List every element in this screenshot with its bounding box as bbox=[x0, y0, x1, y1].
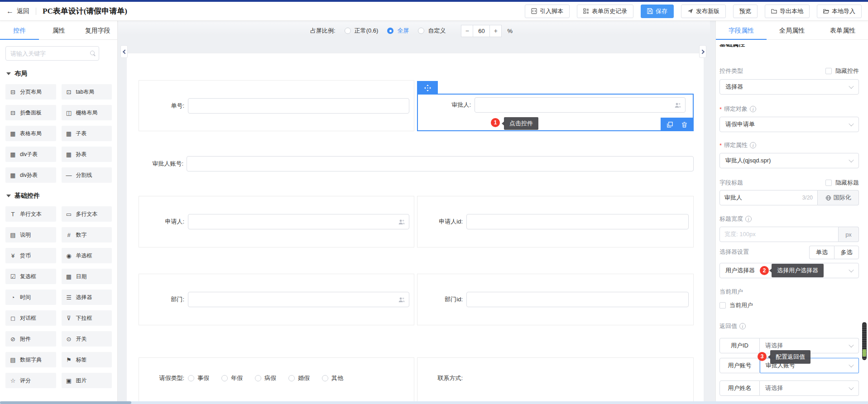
palette-item-switch[interactable]: ⊙开关 bbox=[62, 331, 112, 347]
department-input[interactable] bbox=[188, 292, 409, 307]
search-box[interactable] bbox=[5, 46, 99, 61]
zoom-minus-button[interactable]: − bbox=[461, 25, 473, 37]
palette-item-multi-line-text[interactable]: ▭多行文本 bbox=[62, 206, 112, 222]
bind-property-select[interactable]: 审批人(qjsqd.spr) bbox=[719, 153, 859, 168]
palette-item-pagination-layout[interactable]: ⊟分页布局 bbox=[5, 84, 56, 100]
export-local-button[interactable]: 导出本地 bbox=[765, 5, 810, 18]
palette-item-table-layout[interactable]: ▦表格布局 bbox=[5, 126, 56, 141]
drag-handle[interactable] bbox=[417, 81, 438, 95]
palette-item-subtable[interactable]: ▦子表 bbox=[62, 126, 112, 141]
page-title: PC表单设计(请假申请单) bbox=[43, 6, 127, 16]
applicant-id-input[interactable] bbox=[466, 214, 689, 229]
field-title-composite: 审批人 3/20 国际化 bbox=[719, 190, 859, 205]
palette-item-checkbox[interactable]: ☑复选框 bbox=[5, 269, 56, 284]
zoom-plus-button[interactable]: + bbox=[489, 25, 502, 37]
tab-properties[interactable]: 属性 bbox=[39, 21, 78, 39]
return-select-user-name[interactable]: 请选择 bbox=[760, 380, 859, 396]
radio-selected-icon bbox=[387, 28, 393, 34]
tab-field-properties[interactable]: 字段属性 bbox=[716, 21, 767, 39]
field-approver-account[interactable]: 审批人账号: bbox=[139, 156, 694, 171]
publish-button[interactable]: 发布新版 bbox=[681, 5, 726, 18]
hide-title-checkbox[interactable]: 隐藏标题 bbox=[825, 179, 859, 187]
palette-item-dropdown[interactable]: ⊽下拉框 bbox=[62, 310, 112, 326]
palette-item-collapse-panel[interactable]: ⊟折叠面板 bbox=[5, 105, 56, 120]
back-button[interactable]: ← 返回 bbox=[6, 7, 29, 15]
ratio-option-custom[interactable]: 自定义 bbox=[418, 27, 446, 35]
palette-item-div-subtable[interactable]: ▦div子表 bbox=[5, 147, 56, 162]
ratio-option-fullscreen[interactable]: 全屏 bbox=[387, 27, 409, 35]
field-order-no[interactable]: 单号: bbox=[139, 80, 414, 131]
palette-item-description[interactable]: ▤说明 bbox=[5, 227, 56, 242]
current-user-label: 当前用户 bbox=[719, 288, 859, 296]
radio-option-marriage[interactable]: 婚假 bbox=[288, 374, 310, 382]
palette-item-divider[interactable]: —分割线 bbox=[62, 167, 112, 183]
order-no-input[interactable] bbox=[188, 98, 409, 114]
hide-control-checkbox[interactable]: 隐藏控件 bbox=[825, 67, 859, 75]
palette-item-selector[interactable]: ☰选择器 bbox=[62, 290, 112, 305]
field-contact[interactable]: 联系方式: bbox=[417, 357, 694, 401]
palette-item-grid-layout[interactable]: ◫栅格布局 bbox=[62, 105, 112, 120]
collapse-right-button[interactable] bbox=[699, 45, 706, 58]
approver-account-input[interactable] bbox=[187, 156, 694, 171]
palette-item-date[interactable]: ▦日期 bbox=[62, 269, 112, 284]
palette-item-single-line-text[interactable]: T单行文本 bbox=[5, 206, 56, 222]
import-local-button[interactable]: 本地导入 bbox=[817, 5, 862, 18]
radio-option-other[interactable]: 其他 bbox=[322, 374, 343, 382]
preview-button[interactable]: 预览 bbox=[733, 5, 758, 18]
palette-item-data-dictionary[interactable]: ▤数据字典 bbox=[5, 352, 56, 367]
palette-item-div-grandchild-table[interactable]: ▦div孙表 bbox=[5, 167, 56, 183]
approver-input[interactable] bbox=[475, 97, 686, 113]
zoom-value-input[interactable] bbox=[473, 25, 489, 37]
ratio-option-normal[interactable]: 正常(0.6) bbox=[345, 27, 379, 35]
field-applicant[interactable]: 申请人: bbox=[139, 196, 414, 247]
section-basic-controls-header[interactable]: 基础控件 bbox=[6, 192, 112, 200]
field-applicant-id[interactable]: 申请人id: bbox=[417, 196, 694, 247]
horizontal-scrollbar[interactable] bbox=[0, 401, 868, 404]
radio-option-sick[interactable]: 病假 bbox=[255, 374, 276, 382]
user-selector-select[interactable]: 用户选择器 2 选择用户选择器 bbox=[719, 263, 859, 278]
title-width-input[interactable]: 宽度: 100px bbox=[719, 227, 839, 242]
palette-item-dialog[interactable]: ◻对话框 bbox=[5, 310, 56, 326]
radio-option-personal[interactable]: 事假 bbox=[188, 374, 209, 382]
copy-button[interactable] bbox=[664, 119, 675, 130]
form-history-button[interactable]: 表单历史记录 bbox=[577, 5, 633, 18]
form-canvas[interactable]: 单号: 审批人: 1 点击控件 bbox=[127, 53, 704, 401]
scrollbar-thumb[interactable] bbox=[0, 401, 131, 404]
selected-field-approver[interactable]: 审批人: 1 点击控件 bbox=[417, 94, 694, 131]
tab-reusable-fields[interactable]: 复用字段 bbox=[78, 21, 117, 39]
delete-button[interactable] bbox=[679, 119, 690, 130]
palette-item-time[interactable]: ◔时间 bbox=[5, 290, 56, 305]
current-user-checkbox[interactable]: 当前用户 bbox=[719, 301, 859, 309]
palette-item-radio[interactable]: ◉单选框 bbox=[62, 248, 112, 263]
palette-item-grandchild-table[interactable]: ▦孙表 bbox=[62, 147, 112, 162]
tab-form-properties[interactable]: 表单属性 bbox=[817, 21, 868, 39]
department-id-input[interactable] bbox=[466, 292, 689, 307]
field-leave-type[interactable]: 请假类型: 事假 年假 病假 婚假 其他 bbox=[139, 357, 414, 401]
applicant-input[interactable] bbox=[188, 214, 409, 229]
palette-item-currency[interactable]: ¥货币 bbox=[5, 248, 56, 263]
multi-select-button[interactable]: 多选 bbox=[834, 246, 859, 259]
field-department[interactable]: 部门: bbox=[139, 274, 414, 325]
radio-option-annual[interactable]: 年假 bbox=[221, 374, 243, 382]
import-script-button[interactable]: 引入脚本 bbox=[525, 5, 570, 18]
palette-item-attachment[interactable]: ⊘附件 bbox=[5, 331, 56, 347]
save-button[interactable]: 保存 bbox=[641, 5, 674, 18]
control-type-select[interactable]: 选择器 bbox=[719, 79, 859, 95]
section-layout-header[interactable]: 布局 bbox=[6, 70, 112, 78]
px-suffix: px bbox=[839, 227, 859, 242]
bind-object-select[interactable]: 请假申请单 bbox=[719, 117, 859, 132]
panel-scrollbar-thumb[interactable] bbox=[862, 322, 867, 360]
search-input[interactable] bbox=[10, 50, 90, 57]
field-department-id[interactable]: 部门id: bbox=[417, 274, 694, 325]
palette-item-number[interactable]: #数字 bbox=[62, 227, 112, 242]
single-select-button[interactable]: 单选 bbox=[809, 246, 834, 259]
palette-item-tag[interactable]: ⚑标签 bbox=[62, 352, 112, 367]
field-title-input[interactable]: 审批人 3/20 bbox=[719, 190, 818, 205]
tab-controls[interactable]: 控件 bbox=[0, 21, 39, 39]
palette-item-tab-layout[interactable]: ⊡tab布局 bbox=[62, 84, 112, 100]
palette-item-image[interactable]: ▣图片 bbox=[62, 373, 112, 388]
collapse-left-button[interactable] bbox=[120, 45, 128, 58]
palette-item-rating[interactable]: ☆评分 bbox=[5, 373, 56, 388]
i18n-button[interactable]: 国际化 bbox=[818, 190, 859, 205]
tab-global-properties[interactable]: 全局属性 bbox=[767, 21, 817, 39]
